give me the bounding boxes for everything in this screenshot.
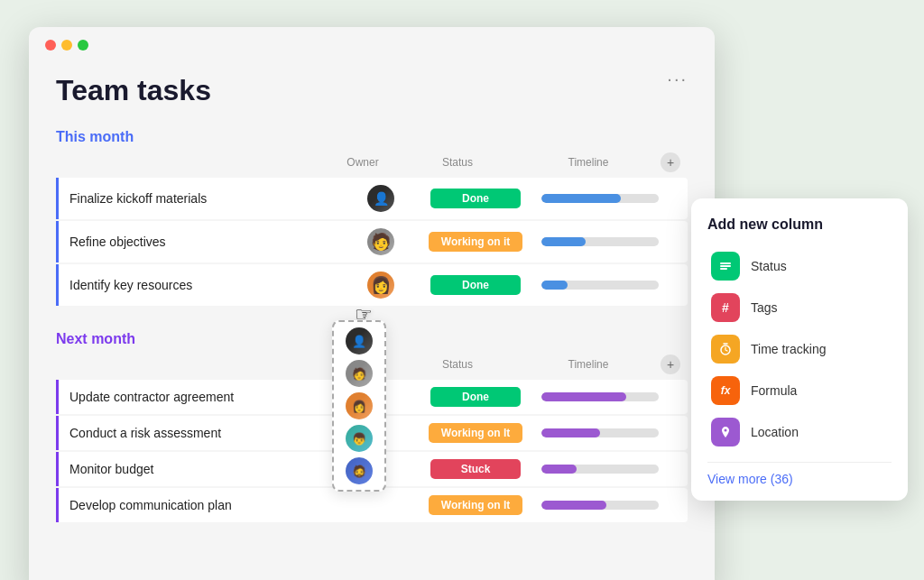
task-name: Conduct a risk assessment (69, 426, 345, 440)
add-col-next-month: + (661, 354, 688, 374)
owner-avatar: 👤 (345, 185, 417, 212)
add-column-panel: Add new column Status # Tags Time tracki… (691, 198, 908, 501)
status-working[interactable]: Working on It (429, 495, 522, 515)
timeline-cell (534, 392, 679, 401)
timeline-cell (534, 237, 679, 246)
timeline-fill (541, 428, 600, 437)
timeline-cell (534, 501, 679, 510)
timeline-fill (541, 392, 626, 401)
location-icon (711, 418, 740, 447)
timeline-cell (534, 465, 679, 474)
avatar-draggable[interactable]: 👦 (346, 425, 373, 452)
timeline-cell (534, 194, 679, 203)
table-row: Finalize kickoff materials 👤 Done (56, 178, 688, 219)
status-done[interactable]: Done (430, 387, 521, 407)
close-dot[interactable] (45, 40, 56, 51)
timeline-fill (541, 501, 606, 510)
timeline-track (541, 237, 659, 246)
timeline-fill (541, 281, 568, 290)
minimize-dot[interactable] (61, 40, 72, 51)
avatar-draggable[interactable]: 🧔 (346, 457, 373, 484)
status-icon (711, 252, 740, 281)
column-option-formula[interactable]: fx Formula (707, 370, 892, 411)
table-row: Develop communication plan Working on It (56, 488, 688, 522)
avatar-draggable[interactable]: 👤 (346, 327, 373, 354)
column-option-status[interactable]: Status (707, 245, 892, 287)
drag-overlay: 👤 🧑 👩 👦 🧔 (332, 320, 386, 492)
status-badge: Working on It (417, 423, 534, 443)
timeline-fill (541, 237, 586, 246)
timeline-fill (541, 465, 577, 474)
add-column-button-this-month[interactable]: + (661, 152, 680, 172)
task-name: Update contractor agreement (69, 390, 345, 404)
tags-icon: # (711, 293, 740, 322)
panel-title: Add new column (707, 216, 892, 233)
status-header: Status (399, 358, 516, 371)
add-column-button-next-month[interactable]: + (661, 354, 680, 374)
view-more-button[interactable]: View more (36) (707, 462, 892, 486)
avatar-draggable[interactable]: 🧑 (346, 360, 373, 387)
this-month-header: This month (56, 129, 688, 145)
owner-avatar: 👩 (345, 272, 417, 299)
status-done[interactable]: Done (430, 275, 521, 295)
timeline-track (541, 501, 659, 510)
task-name: Develop communication plan (69, 498, 345, 512)
status-stuck[interactable]: Stuck (430, 459, 521, 479)
svg-point-4 (725, 429, 727, 432)
avatar: 🧑 (367, 228, 394, 255)
status-done[interactable]: Done (430, 189, 521, 208)
status-working[interactable]: Working on It (429, 423, 522, 443)
status-badge: Done (417, 387, 534, 407)
timeline-track (541, 392, 659, 401)
option-label: Tags (751, 300, 778, 315)
svg-rect-2 (720, 268, 727, 270)
formula-icon: fx (711, 376, 740, 405)
avatar: 👩 (367, 272, 394, 299)
next-month-title: Next month (56, 331, 135, 347)
option-label: Location (751, 425, 799, 439)
this-month-section: This month Owner Status Timeline + Final… (56, 129, 688, 306)
column-option-tags[interactable]: # Tags (707, 287, 892, 328)
task-name: Finalize kickoff materials (69, 191, 345, 206)
timeline-track (541, 281, 659, 290)
table-row: Refine objectives 🧑 Working on it (56, 221, 688, 262)
window-controls (29, 27, 715, 60)
task-name: Monitor budget (69, 462, 345, 476)
maximize-dot[interactable] (78, 40, 88, 51)
column-option-location[interactable]: Location (707, 411, 892, 453)
this-month-column-headers: Owner Status Timeline + (56, 152, 688, 176)
timeline-track (541, 428, 659, 437)
status-badge: Done (417, 275, 534, 295)
timeline-track (541, 194, 659, 203)
table-row: Identify key resources 👩 Done (56, 264, 688, 306)
this-month-title: This month (56, 129, 134, 145)
svg-rect-1 (720, 265, 731, 267)
status-header: Status (399, 156, 516, 169)
status-badge: Stuck (417, 459, 534, 479)
task-name: Refine objectives (69, 235, 345, 249)
status-badge: Working on It (417, 495, 534, 515)
timeline-header: Timeline (516, 358, 661, 371)
timeline-track (541, 465, 659, 474)
time-tracking-icon (711, 335, 740, 364)
svg-rect-0 (720, 262, 731, 264)
avatar: 👤 (367, 185, 394, 212)
add-col-this-month: + (661, 152, 688, 172)
option-label: Time tracking (751, 342, 827, 356)
timeline-cell (534, 281, 679, 290)
timeline-header: Timeline (516, 156, 661, 169)
timeline-cell (534, 428, 679, 437)
status-badge: Done (417, 189, 534, 208)
status-badge: Working on it (417, 232, 534, 252)
avatar-draggable[interactable]: 👩 (346, 392, 373, 419)
option-label: Formula (751, 383, 797, 398)
option-label: Status (751, 259, 787, 273)
timeline-fill (541, 194, 621, 203)
column-option-time-tracking[interactable]: Time tracking (707, 328, 892, 370)
status-working[interactable]: Working on it (429, 232, 522, 252)
owner-avatar: 🧑 (345, 228, 417, 255)
page-title: Team tasks (56, 74, 688, 107)
owner-header: Owner (327, 156, 399, 169)
more-options-button[interactable]: ··· (667, 69, 688, 89)
cursor-icon: ☞ (355, 303, 373, 327)
